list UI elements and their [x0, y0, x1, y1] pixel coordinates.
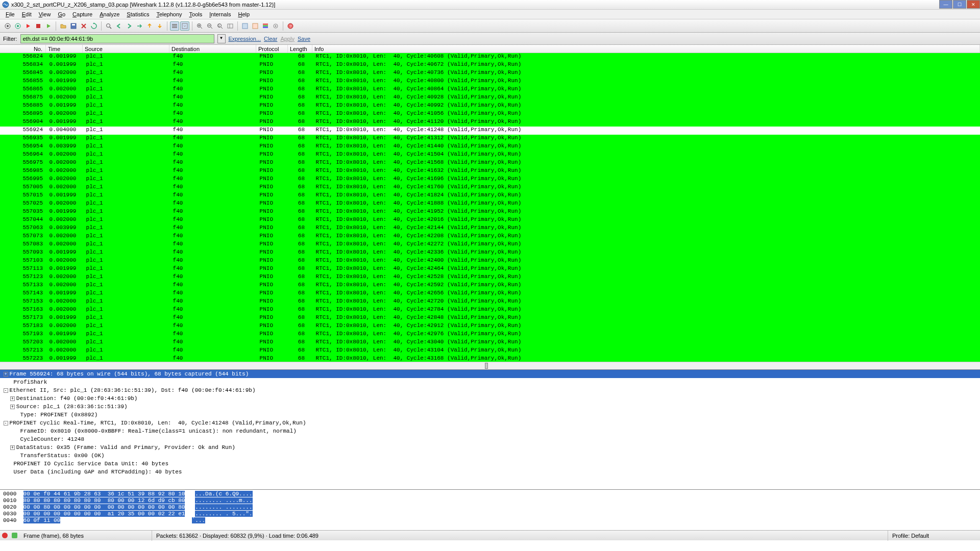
packet-row[interactable]: 557123 0.002000 plc_1 f40 PNIO 68 RTC1, …	[0, 273, 980, 282]
packet-row[interactable]: 557015 0.001999 plc_1 f40 PNIO 68 RTC1, …	[0, 192, 980, 200]
hex-row[interactable]: 0030 00 00 00 00 00 00 00 00 a1 20 35 00…	[3, 511, 977, 517]
tree-item[interactable]: -Ethernet II, Src: plc_1 (28:63:36:1c:51…	[0, 386, 980, 394]
col-time[interactable]: Time	[46, 45, 83, 53]
packet-row[interactable]: 556964 0.002000 plc_1 f40 PNIO 68 RTC1, …	[0, 151, 980, 159]
filter-save-link[interactable]: Save	[298, 36, 310, 42]
col-no[interactable]: No.	[0, 45, 46, 53]
tree-item[interactable]: CycleCounter: 41248	[0, 435, 980, 443]
packet-row[interactable]: 557143 0.001999 plc_1 f40 PNIO 68 RTC1, …	[0, 290, 980, 298]
tree-expander-icon[interactable]: -	[4, 388, 8, 393]
hex-row[interactable]: 0000 00 0e f0 44 61 9b 28 63 36 1c 51 39…	[3, 491, 977, 497]
interfaces-button[interactable]	[3, 21, 12, 31]
coloring-rules-button[interactable]	[261, 21, 270, 31]
packet-row[interactable]: 557193 0.001999 plc_1 f40 PNIO 68 RTC1, …	[0, 331, 980, 339]
filter-dropdown-button[interactable]: ▼	[217, 34, 226, 43]
filter-clear-link[interactable]: Clear	[264, 36, 277, 42]
go-back-button[interactable]	[114, 21, 124, 31]
tree-expander-icon[interactable]: +	[4, 372, 8, 377]
packet-row[interactable]: 557213 0.002000 plc_1 f40 PNIO 68 RTC1, …	[0, 347, 980, 355]
tree-expander-icon[interactable]: +	[10, 445, 15, 450]
packet-row[interactable]: 557005 0.002000 plc_1 f40 PNIO 68 RTC1, …	[0, 184, 980, 192]
tree-item[interactable]: FrameID: 0x8010 (0x8000-0xBBFF: Real-Tim…	[0, 427, 980, 435]
restart-capture-button[interactable]	[44, 21, 53, 31]
start-capture-button[interactable]	[23, 21, 33, 31]
menu-view[interactable]: View	[35, 11, 55, 17]
tree-item[interactable]: Type: PROFINET (0x8892)	[0, 411, 980, 419]
packet-row[interactable]: 557203 0.002000 plc_1 f40 PNIO 68 RTC1, …	[0, 339, 980, 347]
menu-go[interactable]: Go	[54, 11, 69, 17]
packet-row[interactable]: 556855 0.001999 plc_1 f40 PNIO 68 RTC1, …	[0, 78, 980, 86]
packet-row[interactable]: 556875 0.002000 plc_1 f40 PNIO 68 RTC1, …	[0, 94, 980, 102]
help-button[interactable]: ?	[286, 21, 295, 31]
zoom-in-button[interactable]	[195, 21, 204, 31]
tree-item[interactable]: -PROFINET cyclic Real-Time, RTC1, ID:0x8…	[0, 419, 980, 427]
display-filters-button[interactable]	[251, 21, 260, 31]
packet-row[interactable]: 557223 0.001999 plc_1 f40 PNIO 68 RTC1, …	[0, 355, 980, 362]
reload-button[interactable]	[89, 21, 99, 31]
maximize-button[interactable]: ☐	[953, 0, 966, 9]
packet-row[interactable]: 556975 0.002000 plc_1 f40 PNIO 68 RTC1, …	[0, 159, 980, 167]
packet-list-hscrollbar[interactable]	[0, 362, 980, 369]
colorize-button[interactable]	[170, 21, 179, 31]
go-to-packet-button[interactable]	[135, 21, 144, 31]
menu-edit[interactable]: Edit	[18, 11, 35, 17]
expert-info-icon[interactable]	[2, 533, 8, 538]
packet-row[interactable]: 557133 0.002000 plc_1 f40 PNIO 68 RTC1, …	[0, 282, 980, 290]
menu-internals[interactable]: Internals	[206, 11, 234, 17]
save-file-button[interactable]	[69, 21, 78, 31]
packet-row[interactable]: 556885 0.001999 plc_1 f40 PNIO 68 RTC1, …	[0, 102, 980, 110]
status-profile[interactable]: Profile: Default	[888, 531, 980, 541]
capture-filters-button[interactable]	[240, 21, 250, 31]
minimize-button[interactable]: —	[939, 0, 952, 9]
packet-row[interactable]: 557173 0.001999 plc_1 f40 PNIO 68 RTC1, …	[0, 314, 980, 322]
packet-row[interactable]: 556845 0.002000 plc_1 f40 PNIO 68 RTC1, …	[0, 69, 980, 78]
packet-row[interactable]: 557025 0.002000 plc_1 f40 PNIO 68 RTC1, …	[0, 200, 980, 208]
filter-expression-link[interactable]: Expression...	[229, 36, 261, 42]
packet-row[interactable]: 557063 0.003999 plc_1 f40 PNIO 68 RTC1, …	[0, 224, 980, 233]
close-button[interactable]: ✕	[967, 0, 980, 9]
packet-bytes-pane[interactable]: 0000 00 0e f0 44 61 9b 28 63 36 1c 51 39…	[0, 489, 980, 530]
packet-row[interactable]: 557093 0.001999 plc_1 f40 PNIO 68 RTC1, …	[0, 249, 980, 257]
packet-list-header[interactable]: No. Time Source Destination Protocol Len…	[0, 45, 980, 53]
packet-row[interactable]: 557103 0.002000 plc_1 f40 PNIO 68 RTC1, …	[0, 257, 980, 265]
hex-row[interactable]: 0020 00 00 80 00 00 00 00 00 00 00 00 00…	[3, 504, 977, 511]
preferences-button[interactable]	[271, 21, 280, 31]
hex-row[interactable]: 0040 60 0f 11 00 `...	[3, 517, 977, 524]
menu-analyze[interactable]: Analyze	[96, 11, 123, 17]
packet-row[interactable]: 556865 0.002000 plc_1 f40 PNIO 68 RTC1, …	[0, 86, 980, 94]
packet-list[interactable]: 556824 0.001999 plc_1 f40 PNIO 68 RTC1, …	[0, 53, 980, 362]
packet-row[interactable]: 557044 0.002000 plc_1 f40 PNIO 68 RTC1, …	[0, 216, 980, 224]
tree-item[interactable]: +DataStatus: 0x35 (Frame: Valid and Prim…	[0, 443, 980, 452]
menu-telephony[interactable]: Telephony	[153, 11, 185, 17]
packet-row[interactable]: 556954 0.003999 plc_1 f40 PNIO 68 RTC1, …	[0, 143, 980, 151]
filter-apply-link[interactable]: Apply	[280, 36, 295, 42]
packet-row[interactable]: 557113 0.001999 plc_1 f40 PNIO 68 RTC1, …	[0, 265, 980, 273]
menu-help[interactable]: Help	[234, 11, 253, 17]
packet-row[interactable]: 557035 0.001999 plc_1 f40 PNIO 68 RTC1, …	[0, 208, 980, 216]
packet-details-pane[interactable]: +Frame 556924: 68 bytes on wire (544 bit…	[0, 369, 980, 489]
tree-expander-icon[interactable]: +	[10, 396, 15, 401]
packet-row[interactable]: 556985 0.002000 plc_1 f40 PNIO 68 RTC1, …	[0, 167, 980, 176]
col-protocol[interactable]: Protocol	[256, 45, 288, 53]
col-source[interactable]: Source	[83, 45, 169, 53]
menu-capture[interactable]: Capture	[69, 11, 96, 17]
menu-file[interactable]: File	[2, 11, 18, 17]
menu-tools[interactable]: Tools	[186, 11, 206, 17]
packet-row[interactable]: 556924 0.004000 plc_1 f40 PNIO 68 RTC1, …	[0, 127, 980, 135]
packet-row[interactable]: 557153 0.002000 plc_1 f40 PNIO 68 RTC1, …	[0, 298, 980, 306]
tree-item[interactable]: User Data (including GAP and RTCPadding)…	[0, 468, 980, 476]
open-file-button[interactable]	[59, 21, 68, 31]
tree-item[interactable]: +Destination: f40 (00:0e:f0:44:61:9b)	[0, 394, 980, 403]
packet-row[interactable]: 557073 0.002000 plc_1 f40 PNIO 68 RTC1, …	[0, 233, 980, 241]
tree-item[interactable]: ProfiShark	[0, 378, 980, 386]
auto-scroll-button[interactable]	[180, 21, 189, 31]
tree-item[interactable]: +Source: plc_1 (28:63:36:1c:51:39)	[0, 403, 980, 411]
go-last-button[interactable]	[155, 21, 164, 31]
packet-row[interactable]: 556904 0.001999 plc_1 f40 PNIO 68 RTC1, …	[0, 118, 980, 127]
packet-row[interactable]: 556834 0.001999 plc_1 f40 PNIO 68 RTC1, …	[0, 61, 980, 69]
menu-statistics[interactable]: Statistics	[123, 11, 153, 17]
zoom-out-button[interactable]	[205, 21, 214, 31]
go-first-button[interactable]	[145, 21, 154, 31]
packet-row[interactable]: 556895 0.002000 plc_1 f40 PNIO 68 RTC1, …	[0, 110, 980, 118]
go-forward-button[interactable]	[125, 21, 134, 31]
